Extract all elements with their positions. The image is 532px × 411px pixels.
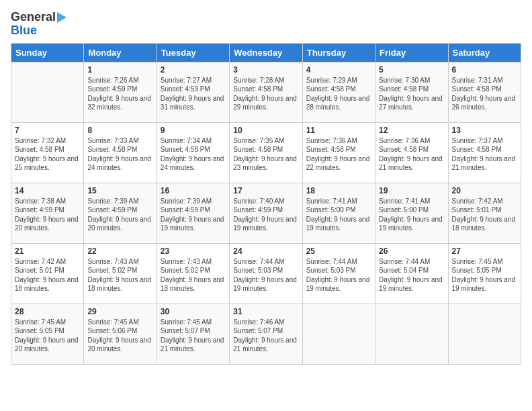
calendar-cell: 14Sunrise: 7:38 AMSunset: 4:59 PMDayligh… — [11, 183, 84, 243]
calendar-cell — [302, 304, 375, 364]
cell-content: Sunrise: 7:44 AMSunset: 5:03 PMDaylight:… — [306, 257, 371, 293]
day-number: 31 — [233, 307, 298, 316]
cell-content: Sunrise: 7:46 AMSunset: 5:07 PMDaylight:… — [233, 318, 298, 354]
calendar-header-row: SundayMondayTuesdayWednesdayThursdayFrid… — [11, 43, 521, 62]
day-number: 5 — [379, 65, 444, 75]
logo-arrow-icon — [57, 12, 66, 23]
logo: General Blue — [11, 11, 66, 38]
cell-content: Sunrise: 7:43 AMSunset: 5:02 PMDaylight:… — [161, 257, 226, 293]
day-number: 14 — [15, 186, 80, 195]
day-number: 15 — [87, 186, 152, 195]
cell-content: Sunrise: 7:45 AMSunset: 5:05 PMDaylight:… — [15, 318, 80, 354]
calendar-cell: 23Sunrise: 7:43 AMSunset: 5:02 PMDayligh… — [157, 243, 229, 304]
day-number: 27 — [452, 246, 517, 256]
day-number: 2 — [161, 65, 226, 75]
cell-content: Sunrise: 7:30 AMSunset: 4:58 PMDaylight:… — [379, 76, 444, 112]
calendar-cell: 27Sunrise: 7:45 AMSunset: 5:05 PMDayligh… — [448, 243, 521, 304]
cell-content: Sunrise: 7:40 AMSunset: 4:59 PMDaylight:… — [233, 197, 298, 233]
calendar-cell: 29Sunrise: 7:45 AMSunset: 5:06 PMDayligh… — [84, 304, 157, 364]
calendar-cell: 3Sunrise: 7:28 AMSunset: 4:58 PMDaylight… — [230, 62, 302, 122]
cell-content: Sunrise: 7:42 AMSunset: 5:01 PMDaylight:… — [15, 257, 80, 293]
calendar-cell: 17Sunrise: 7:40 AMSunset: 4:59 PMDayligh… — [230, 183, 302, 243]
calendar-cell: 16Sunrise: 7:39 AMSunset: 4:59 PMDayligh… — [157, 183, 229, 243]
calendar-cell: 10Sunrise: 7:35 AMSunset: 4:58 PMDayligh… — [230, 122, 302, 183]
col-header-thursday: Thursday — [302, 43, 375, 62]
day-number: 30 — [161, 307, 226, 316]
cell-content: Sunrise: 7:42 AMSunset: 5:01 PMDaylight:… — [452, 197, 517, 233]
cell-content: Sunrise: 7:44 AMSunset: 5:03 PMDaylight:… — [233, 257, 298, 293]
calendar-cell: 12Sunrise: 7:36 AMSunset: 4:58 PMDayligh… — [375, 122, 448, 183]
col-header-friday: Friday — [375, 43, 448, 62]
day-number: 25 — [306, 246, 371, 256]
cell-content: Sunrise: 7:39 AMSunset: 4:59 PMDaylight:… — [161, 197, 226, 233]
cell-content: Sunrise: 7:36 AMSunset: 4:58 PMDaylight:… — [306, 136, 371, 173]
day-number: 23 — [161, 246, 226, 256]
calendar-week-row: 7Sunrise: 7:32 AMSunset: 4:58 PMDaylight… — [11, 122, 521, 183]
cell-content: Sunrise: 7:29 AMSunset: 4:58 PMDaylight:… — [306, 76, 371, 112]
calendar-cell: 6Sunrise: 7:31 AMSunset: 4:58 PMDaylight… — [448, 62, 521, 122]
day-number: 18 — [306, 186, 371, 195]
calendar-cell: 8Sunrise: 7:33 AMSunset: 4:58 PMDaylight… — [84, 122, 157, 183]
day-number: 1 — [87, 65, 152, 75]
day-number: 13 — [452, 126, 517, 135]
day-number: 12 — [379, 126, 444, 135]
day-number: 10 — [233, 126, 298, 135]
cell-content: Sunrise: 7:45 AMSunset: 5:06 PMDaylight:… — [87, 318, 152, 354]
day-number: 17 — [233, 186, 298, 195]
calendar-cell: 30Sunrise: 7:45 AMSunset: 5:07 PMDayligh… — [157, 304, 229, 364]
calendar-cell: 9Sunrise: 7:34 AMSunset: 4:58 PMDaylight… — [157, 122, 229, 183]
calendar-cell: 26Sunrise: 7:44 AMSunset: 5:04 PMDayligh… — [375, 243, 448, 304]
day-number: 11 — [306, 126, 371, 135]
day-number: 7 — [15, 126, 80, 135]
calendar-cell: 18Sunrise: 7:41 AMSunset: 5:00 PMDayligh… — [302, 183, 375, 243]
cell-content: Sunrise: 7:43 AMSunset: 5:02 PMDaylight:… — [87, 257, 152, 293]
day-number: 22 — [87, 246, 152, 256]
day-number: 8 — [87, 126, 152, 135]
cell-content: Sunrise: 7:39 AMSunset: 4:59 PMDaylight:… — [87, 197, 152, 233]
calendar-cell — [448, 304, 521, 364]
day-number: 19 — [379, 186, 444, 195]
day-number: 24 — [233, 246, 298, 256]
day-number: 9 — [161, 126, 226, 135]
cell-content: Sunrise: 7:27 AMSunset: 4:59 PMDaylight:… — [161, 76, 226, 112]
cell-content: Sunrise: 7:41 AMSunset: 5:00 PMDaylight:… — [306, 197, 371, 233]
logo-text-blue: Blue — [11, 24, 37, 37]
cell-content: Sunrise: 7:33 AMSunset: 4:58 PMDaylight:… — [87, 136, 152, 173]
cell-content: Sunrise: 7:38 AMSunset: 4:59 PMDaylight:… — [15, 197, 80, 233]
calendar-cell: 28Sunrise: 7:45 AMSunset: 5:05 PMDayligh… — [11, 304, 84, 364]
day-number: 4 — [306, 65, 371, 75]
day-number: 20 — [452, 186, 517, 195]
day-number: 26 — [379, 246, 444, 256]
calendar-cell: 21Sunrise: 7:42 AMSunset: 5:01 PMDayligh… — [11, 243, 84, 304]
col-header-monday: Monday — [84, 43, 157, 62]
calendar-week-row: 14Sunrise: 7:38 AMSunset: 4:59 PMDayligh… — [11, 183, 521, 243]
calendar-cell: 31Sunrise: 7:46 AMSunset: 5:07 PMDayligh… — [230, 304, 302, 364]
calendar-cell — [11, 62, 84, 122]
calendar-cell — [375, 304, 448, 364]
calendar-cell: 20Sunrise: 7:42 AMSunset: 5:01 PMDayligh… — [448, 183, 521, 243]
calendar-cell: 24Sunrise: 7:44 AMSunset: 5:03 PMDayligh… — [230, 243, 302, 304]
cell-content: Sunrise: 7:31 AMSunset: 4:58 PMDaylight:… — [452, 76, 517, 112]
cell-content: Sunrise: 7:45 AMSunset: 5:05 PMDaylight:… — [452, 257, 517, 293]
day-number: 21 — [15, 246, 80, 256]
calendar-table: SundayMondayTuesdayWednesdayThursdayFrid… — [11, 43, 521, 365]
day-number: 28 — [15, 307, 80, 316]
col-header-tuesday: Tuesday — [157, 43, 229, 62]
cell-content: Sunrise: 7:44 AMSunset: 5:04 PMDaylight:… — [379, 257, 444, 293]
cell-content: Sunrise: 7:35 AMSunset: 4:58 PMDaylight:… — [233, 136, 298, 173]
calendar-cell: 15Sunrise: 7:39 AMSunset: 4:59 PMDayligh… — [84, 183, 157, 243]
calendar-week-row: 21Sunrise: 7:42 AMSunset: 5:01 PMDayligh… — [11, 243, 521, 304]
calendar-cell: 4Sunrise: 7:29 AMSunset: 4:58 PMDaylight… — [302, 62, 375, 122]
calendar-cell: 2Sunrise: 7:27 AMSunset: 4:59 PMDaylight… — [157, 62, 229, 122]
cell-content: Sunrise: 7:28 AMSunset: 4:58 PMDaylight:… — [233, 76, 298, 112]
col-header-wednesday: Wednesday — [230, 43, 302, 62]
page-header: General Blue — [11, 11, 521, 38]
cell-content: Sunrise: 7:45 AMSunset: 5:07 PMDaylight:… — [161, 318, 226, 354]
calendar-cell: 19Sunrise: 7:41 AMSunset: 5:00 PMDayligh… — [375, 183, 448, 243]
cell-content: Sunrise: 7:36 AMSunset: 4:58 PMDaylight:… — [379, 136, 444, 173]
cell-content: Sunrise: 7:26 AMSunset: 4:59 PMDaylight:… — [87, 76, 152, 112]
calendar-week-row: 28Sunrise: 7:45 AMSunset: 5:05 PMDayligh… — [11, 304, 521, 364]
day-number: 29 — [87, 307, 152, 316]
day-number: 3 — [233, 65, 298, 75]
col-header-sunday: Sunday — [11, 43, 84, 62]
